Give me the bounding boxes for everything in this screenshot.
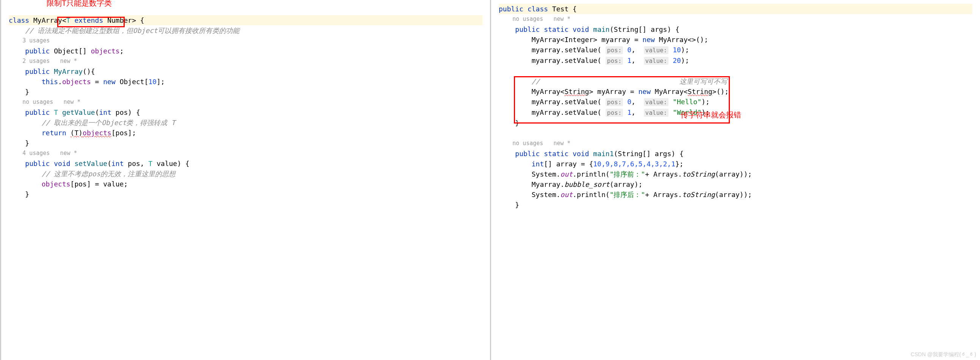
usage-hint[interactable]: no usages new * <box>499 138 972 148</box>
usage-hint[interactable]: 4 usages new * <box>9 148 482 158</box>
class-decl-line[interactable]: class MyArray<T extends Number> { <box>9 15 482 25</box>
call-line[interactable]: myArray.setValue( pos: 0, value: "Hello"… <box>499 97 972 107</box>
comment-line: // 语法规定不能创建泛型数组，但Object可以拥有接收所有类的功能 <box>9 25 482 36</box>
field-decl[interactable]: public Object[] objects; <box>9 46 482 56</box>
error-decl[interactable]: MyArray<String> myArray = new MyArray<St… <box>499 86 972 97</box>
comment-inline: // 这里可写可不写 <box>499 76 972 86</box>
call-line[interactable]: myarray.setValue( pos: 0, value: 10); <box>499 45 972 55</box>
comment-line: // 取出来的是一个Object类，得强转成 T <box>9 118 482 128</box>
right-annotation: 传字符串就会报错 <box>681 110 741 120</box>
ctor-line[interactable]: public MyArray(){ <box>9 66 482 76</box>
usage-hint[interactable]: no usages new * <box>499 14 972 24</box>
brace-close: } <box>9 138 482 148</box>
watermark: CSDN @我要学编程(ಥ_ಥ) <box>911 351 976 358</box>
var-decl[interactable]: MyArray<Integer> myarray = new MyArray<>… <box>499 35 972 45</box>
top-annotation: 限制T只能是数字类 <box>47 0 112 8</box>
comment-line: // 这里不考虑pos的无效，注重这里的思想 <box>9 169 482 179</box>
println-line[interactable]: System.out.println("排序后："+ Arrays.toStri… <box>499 190 972 200</box>
arr-decl[interactable]: int[] array = {10,9,8,7,6,5,4,3,2,1}; <box>499 159 972 169</box>
right-code-pane: 传字符串就会报错 public class Test { no usages n… <box>490 0 980 360</box>
main1-decl[interactable]: public static void main1(String[] args) … <box>499 148 972 159</box>
main-decl[interactable]: public static void main(String[] args) { <box>499 24 972 35</box>
usage-hint[interactable]: 3 usages <box>9 36 482 46</box>
assign-line[interactable]: objects[pos] = value; <box>9 179 482 189</box>
call-line[interactable]: myarray.setValue( pos: 1, value: 20); <box>499 55 972 66</box>
brace-close: } <box>9 87 482 97</box>
setvalue-decl[interactable]: public void setValue(int pos, T value) { <box>9 158 482 169</box>
left-code-pane: 限制T只能是数字类 class MyArray<T extends Number… <box>0 0 490 360</box>
bubble-line[interactable]: Myarray.bubble_sort(array); <box>499 179 972 190</box>
blank <box>499 66 972 76</box>
println-line[interactable]: System.out.println("排序前："+ Arrays.toStri… <box>499 169 972 179</box>
brace-close: } <box>9 189 482 199</box>
ctor-body[interactable]: this.objects = new Object[10]; <box>9 76 482 87</box>
brace-close: } <box>499 200 972 210</box>
getvalue-decl[interactable]: public T getValue(int pos) { <box>9 107 482 118</box>
blank <box>499 128 972 138</box>
usage-hint[interactable]: no usages new * <box>9 97 482 107</box>
return-line[interactable]: return (T)objects[pos]; <box>9 128 482 138</box>
usage-hint[interactable]: 2 usages new * <box>9 56 482 66</box>
class-decl[interactable]: public class Test { <box>499 4 972 14</box>
